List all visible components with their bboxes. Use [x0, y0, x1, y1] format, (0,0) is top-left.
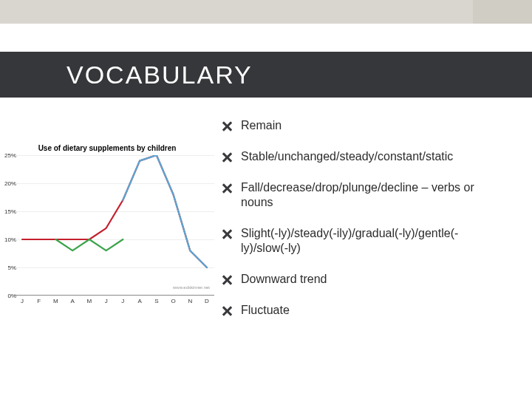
x-tick: F	[37, 298, 41, 304]
x-tick: A	[71, 298, 75, 304]
y-tick: 0%	[0, 293, 16, 299]
top-decor-bar	[0, 0, 532, 24]
x-tick: O	[171, 298, 175, 304]
bullet-item: Stable/unchanged/steady/constant/static	[222, 149, 502, 164]
chart-lines	[15, 155, 214, 296]
bullet-item: Slight(-ly)/steady(-ily)/gradual(-ly)/ge…	[222, 226, 502, 256]
diamond-bullet-icon	[222, 120, 233, 132]
y-tick: 5%	[0, 265, 16, 271]
diamond-bullet-icon	[222, 305, 233, 317]
y-tick: 20%	[0, 180, 16, 187]
diamond-bullet-icon	[222, 151, 233, 163]
bullet-item: Fluctuate	[222, 303, 502, 318]
x-tick: M	[53, 298, 58, 304]
bullet-text: Downward trend	[241, 272, 502, 287]
x-tick: N	[188, 298, 192, 304]
diamond-bullet-icon	[222, 183, 233, 194]
bullet-text: Stable/unchanged/steady/constant/static	[241, 149, 502, 164]
y-tick: 10%	[0, 236, 16, 243]
x-tick: J	[121, 298, 124, 304]
x-tick: J	[105, 298, 108, 304]
bullet-text: Fluctuate	[241, 303, 502, 318]
y-tick: 25%	[0, 152, 16, 159]
chart-plot: 0%5%10%15%20%25% JFMAMJJASOND www.edskin…	[15, 155, 214, 296]
series-line	[123, 155, 207, 267]
bullet-item: Downward trend	[222, 272, 502, 287]
chart-title: Use of dietary supplements by children	[0, 144, 214, 152]
x-tick: D	[205, 298, 209, 304]
diamond-bullet-icon	[222, 228, 233, 240]
bullet-item: Fall/decrease/drop/plunge/decline – verb…	[222, 180, 502, 210]
bullet-text: Fall/decrease/drop/plunge/decline – verb…	[241, 180, 502, 210]
bullet-item: Remain	[222, 118, 502, 133]
x-tick: J	[21, 298, 24, 304]
chart-container: Use of dietary supplements by children 0…	[0, 144, 214, 314]
x-tick: M	[87, 298, 92, 304]
chart-watermark: www.edskinner.net	[173, 285, 210, 290]
slide-title: VOCABULARY	[66, 61, 253, 89]
bullet-text: Remain	[241, 118, 502, 133]
x-tick: A	[137, 298, 141, 304]
series-line	[55, 239, 123, 250]
bullet-list: RemainStable/unchanged/steady/constant/s…	[222, 118, 502, 334]
diamond-bullet-icon	[222, 274, 233, 286]
y-tick: 15%	[0, 208, 16, 215]
title-band: VOCABULARY	[0, 52, 532, 98]
bullet-text: Slight(-ly)/steady(-ily)/gradual(-ly)/ge…	[241, 226, 502, 256]
content-area: Use of dietary supplements by children 0…	[0, 115, 532, 399]
x-tick: S	[154, 298, 158, 304]
